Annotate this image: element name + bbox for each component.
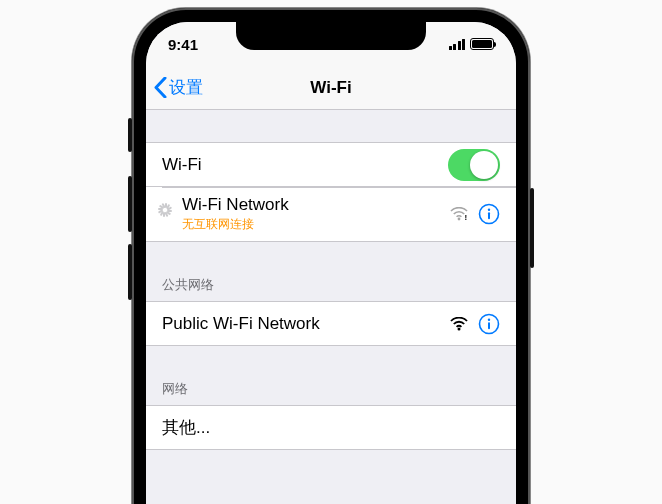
other-network-label: 其他... <box>162 416 500 439</box>
back-button[interactable]: 设置 <box>146 76 203 99</box>
wifi-toggle-row[interactable]: Wi-Fi <box>146 142 516 187</box>
svg-point-7 <box>488 318 490 320</box>
status-right <box>424 38 494 50</box>
public-network-name: Public Wi-Fi Network <box>162 314 450 334</box>
notch <box>236 22 426 50</box>
current-network-status: 无互联网连接 <box>182 216 450 233</box>
wifi-toggle[interactable] <box>448 149 500 181</box>
current-network-name: Wi-Fi Network <box>182 195 450 215</box>
wifi-no-internet-icon: ! <box>450 207 468 221</box>
svg-rect-4 <box>488 212 490 219</box>
svg-point-3 <box>488 209 490 211</box>
nav-bar: 设置 Wi-Fi <box>146 66 516 110</box>
public-network-accessories <box>450 313 500 335</box>
power-button <box>530 188 534 268</box>
current-network-accessories: ! <box>450 203 500 225</box>
wifi-icon <box>450 317 468 331</box>
networks-header: 网络 <box>146 374 516 405</box>
back-label: 设置 <box>169 76 203 99</box>
cellular-signal-icon <box>449 39 466 50</box>
info-icon[interactable] <box>478 203 500 225</box>
svg-text:!: ! <box>465 213 468 221</box>
svg-rect-8 <box>488 322 490 329</box>
content: Wi-Fi <box>146 142 516 450</box>
screen: 9:41 设置 Wi-Fi Wi-Fi <box>146 22 516 504</box>
public-networks-header: 公共网络 <box>146 270 516 301</box>
svg-point-5 <box>458 327 461 330</box>
current-network-text: Wi-Fi Network 无互联网连接 <box>182 187 450 241</box>
public-network-row[interactable]: Public Wi-Fi Network <box>146 301 516 346</box>
public-networks-group: 公共网络 Public Wi-Fi Network <box>146 270 516 346</box>
loading-spinner-icon <box>156 204 176 224</box>
wifi-toggle-group: Wi-Fi <box>146 142 516 242</box>
volume-up-button <box>128 176 132 232</box>
wifi-toggle-label: Wi-Fi <box>162 155 448 175</box>
phone-frame: 9:41 设置 Wi-Fi Wi-Fi <box>132 8 530 504</box>
networks-group: 网络 其他... <box>146 374 516 450</box>
info-icon[interactable] <box>478 313 500 335</box>
status-time: 9:41 <box>168 36 228 53</box>
mute-switch <box>128 118 132 152</box>
svg-point-0 <box>458 218 461 221</box>
other-network-row[interactable]: 其他... <box>146 405 516 450</box>
battery-icon <box>470 38 494 50</box>
current-network-row[interactable]: Wi-Fi Network 无互联网连接 ! <box>146 187 516 242</box>
volume-down-button <box>128 244 132 300</box>
chevron-left-icon <box>154 77 167 98</box>
